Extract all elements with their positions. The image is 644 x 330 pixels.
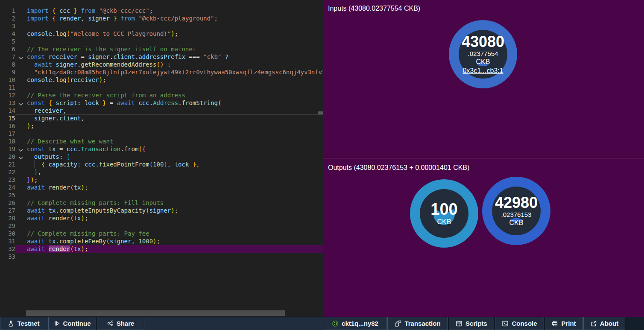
- code-line[interactable]: 4console.log("Welcome to CCC Playground!…: [0, 30, 323, 38]
- line-number: 21: [0, 161, 15, 168]
- code-line[interactable]: 8 await signer.getRecommendedAddress() :: [0, 61, 323, 68]
- code-line[interactable]: 26// Complete missing parts: Fill inputs: [0, 199, 323, 207]
- line-number: 29: [0, 222, 15, 230]
- code-line[interactable]: 2import { render, signer } from "@ckb-cc…: [0, 15, 323, 22]
- indent-guide: [27, 168, 27, 176]
- line-number: 23: [0, 176, 15, 184]
- code-line[interactable]: 3: [0, 22, 323, 30]
- code-line[interactable]: 5: [0, 38, 323, 45]
- code-line[interactable]: 21 { capacity: ccc.fixedPointFrom(100), …: [0, 161, 323, 168]
- code-line[interactable]: 19const tx = ccc.Transaction.from({: [0, 145, 323, 153]
- code-line[interactable]: 17: [0, 130, 323, 137]
- horizontal-scrollbar[interactable]: [26, 310, 285, 316]
- code-line[interactable]: 1import { ccc } from "@ckb-ccc/ccc";: [0, 7, 323, 15]
- code-line[interactable]: 23});: [0, 176, 323, 184]
- code-line[interactable]: 22 ],: [0, 168, 323, 176]
- code-line[interactable]: 10console.log(receiver);: [0, 76, 323, 84]
- overview-ruler-marker: [318, 111, 323, 114]
- output-cell-chart: 100 CKB: [410, 179, 478, 248]
- code-text: const tx = ccc.Transaction.from({: [27, 146, 146, 152]
- console-icon: [502, 320, 509, 327]
- line-number: 31: [0, 237, 15, 245]
- line-number: 18: [0, 137, 15, 145]
- code-text: // The receiver is the signer itself on …: [27, 46, 196, 53]
- code-editor[interactable]: 1import { ccc } from "@ckb-ccc/ccc";2imp…: [0, 0, 323, 317]
- code-text: ],: [27, 169, 41, 175]
- wallet-button[interactable]: ckt1q...ny82: [324, 317, 386, 330]
- code-line[interactable]: 12// Parse the receiver script from an a…: [0, 91, 323, 99]
- scripts-button[interactable]: Scripts: [449, 317, 494, 330]
- code-line[interactable]: 33: [0, 253, 323, 260]
- outputs-title: Outputs (43080.02376153 + 0.00001401 CKB…: [328, 164, 469, 172]
- code-lines[interactable]: 1import { ccc } from "@ckb-ccc/ccc";2imp…: [0, 0, 323, 260]
- flask-icon: [8, 320, 14, 327]
- fold-chevron-icon[interactable]: [18, 155, 23, 159]
- code-line[interactable]: 30// Complete missing parts: Pay fee: [0, 230, 323, 237]
- line-number: 17: [0, 130, 15, 137]
- code-line[interactable]: 20 outputs: [: [0, 153, 323, 161]
- code-line[interactable]: 18// Describe what we want: [0, 137, 323, 145]
- code-text: // Complete missing parts: Fill inputs: [27, 199, 164, 206]
- line-number: 4: [0, 30, 15, 38]
- fold-chevron-icon[interactable]: [18, 101, 23, 105]
- button-label: About: [600, 320, 618, 327]
- code-text: import { ccc } from "@ckb-ccc/ccc";: [27, 7, 153, 14]
- code-line[interactable]: 13const { script: lock } = await ccc.Add…: [0, 99, 323, 107]
- line-number: 28: [0, 214, 15, 222]
- code-line[interactable]: 31await tx.completeFeeBy(signer, 1000);: [0, 237, 323, 245]
- code-text: });: [27, 176, 38, 183]
- button-label: Print: [561, 320, 576, 327]
- code-line[interactable]: 11: [0, 84, 323, 91]
- line-number: 8: [0, 61, 15, 68]
- bottom-toolbar: TestnetContinueShare ckt1q...ny82Transac…: [0, 317, 644, 330]
- line-number: 15: [0, 114, 15, 122]
- indent-guide: [27, 68, 27, 76]
- about-button[interactable]: About: [583, 317, 625, 330]
- share-button[interactable]: Share: [97, 317, 144, 330]
- code-line[interactable]: 27await tx.completeInputsByCapacity(sign…: [0, 207, 323, 214]
- line-number: 22: [0, 168, 15, 176]
- code-line[interactable]: 25: [0, 191, 323, 199]
- output-amount: 100: [430, 201, 457, 218]
- fold-chevron-icon[interactable]: [18, 147, 23, 152]
- button-label: Continue: [63, 320, 91, 327]
- code-text: await render(tx);: [27, 184, 88, 191]
- button-label: Transaction: [404, 320, 440, 327]
- indent-guide: [27, 61, 27, 68]
- indent-guide: [34, 161, 35, 168]
- print-icon: [551, 320, 558, 327]
- button-label: Console: [512, 320, 537, 327]
- code-line[interactable]: 16);: [0, 122, 323, 130]
- code-line[interactable]: 6// The receiver is the signer itself on…: [0, 45, 323, 53]
- code-line[interactable]: 7const receiver = signer.client.addressP…: [0, 53, 323, 61]
- continue-button[interactable]: Continue: [48, 317, 96, 330]
- code-text: );: [27, 123, 34, 129]
- line-number: 16: [0, 122, 15, 130]
- code-line[interactable]: 15 signer.client,: [0, 114, 323, 122]
- transaction-button[interactable]: Transaction: [387, 317, 448, 330]
- code-text: console.log(receiver);: [27, 76, 106, 83]
- code-line[interactable]: 28await render(tx);: [0, 214, 323, 222]
- code-line[interactable]: 29: [0, 222, 323, 230]
- step-icon: [54, 320, 60, 327]
- toolbar-spacer: [144, 317, 324, 330]
- print-button[interactable]: Print: [545, 317, 583, 330]
- button-label: Share: [117, 320, 135, 327]
- line-number: 12: [0, 91, 15, 99]
- code-text: console.log("Welcome to CCC Playground!"…: [27, 30, 178, 37]
- input-unit: CKB: [476, 58, 490, 66]
- console-button[interactable]: Console: [495, 317, 544, 330]
- code-line[interactable]: 24await render(tx);: [0, 184, 323, 191]
- code-line[interactable]: 14 receiver,: [0, 107, 323, 114]
- fold-chevron-icon[interactable]: [18, 55, 23, 59]
- indent-guide: [27, 153, 27, 161]
- code-text: await render(tx);: [27, 245, 88, 252]
- code-text: // Parse the receiver script from an add…: [27, 92, 185, 99]
- code-text: await tx.completeFeeBy(signer, 1000);: [27, 238, 160, 245]
- line-number: 14: [0, 107, 15, 114]
- outpoint-link[interactable]: 0x3c1...cb3:1: [463, 66, 503, 75]
- ccc-playground-app: 1import { ccc } from "@ckb-ccc/ccc";2imp…: [0, 0, 644, 330]
- code-line[interactable]: 32await render(tx);: [0, 245, 323, 253]
- testnet-button[interactable]: Testnet: [0, 317, 47, 330]
- code-line[interactable]: 9 "ckt1qzda0cr08m85hc8jlnfp3zer7xulejywt…: [0, 68, 323, 76]
